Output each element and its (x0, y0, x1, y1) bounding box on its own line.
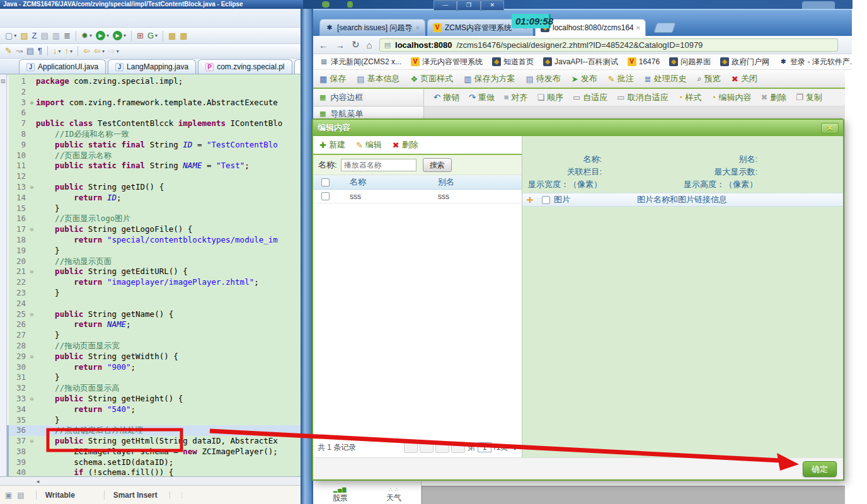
toolbar-icon[interactable]: ▨ (18, 31, 30, 41)
cms-toolbar-button[interactable]: ❖ 页面样式 (411, 73, 454, 84)
toolbar-icon[interactable] (47, 46, 48, 56)
fold-icon[interactable]: ⊕ (28, 98, 36, 108)
designer-toolbar-button[interactable]: ✖ 删除 (761, 92, 786, 103)
minimize-button[interactable]: — (433, 0, 457, 11)
designer-toolbar-button[interactable]: ◔ 样式 (678, 92, 702, 103)
bookmark-item[interactable]: V 泽元内容管理系统 (411, 57, 483, 67)
search-input[interactable] (341, 159, 416, 171)
dialog-close-button[interactable]: ✕ (821, 123, 839, 134)
toolbar-icon[interactable]: ▩ (178, 31, 189, 41)
home-button[interactable]: ⌂ (367, 40, 372, 50)
view-icon[interactable]: ▨ (1, 78, 6, 84)
toolbar-icon[interactable]: ⇦ (81, 46, 92, 56)
toolbar-icon[interactable]: ⇦▾ (92, 46, 106, 56)
designer-toolbar-button[interactable]: ≡ 对齐 (504, 92, 528, 103)
toolbar-icon[interactable]: ¶ (36, 46, 44, 56)
toolbar-icon[interactable]: Z (30, 31, 39, 41)
image-select-all-checkbox[interactable] (542, 196, 550, 204)
designer-toolbar-button[interactable]: ▭ 取消自适应 (617, 92, 668, 103)
fold-icon[interactable]: ⊖ (28, 224, 36, 235)
tab-close-icon[interactable]: × (416, 24, 420, 32)
code-editor[interactable]: 1package com.zving.special.impl;23⊕impor… (0, 74, 303, 476)
toolbar-icon[interactable]: G▾ (146, 31, 159, 41)
designer-toolbar-button[interactable]: ↷ 重做 (469, 92, 495, 103)
editor-tab[interactable]: JLangMapping.java (108, 59, 196, 74)
dialog-toolbar-button[interactable]: ✎ 编辑 (356, 139, 382, 151)
toolbar-icon[interactable]: ↝ (14, 46, 25, 56)
outline-icon[interactable]: ▤ (17, 491, 24, 500)
toolbar-icon[interactable] (131, 31, 132, 41)
cms-toolbar-button[interactable]: ▦ 保存 (319, 73, 346, 84)
fold-icon[interactable]: ⊖ (28, 266, 36, 277)
toolbar-icon[interactable]: ⇨▾ (106, 46, 121, 56)
toolbar-icon[interactable]: ▶▾ (111, 30, 128, 41)
close-window-button[interactable]: ✕ (481, 0, 504, 11)
cms-toolbar-button[interactable]: ▥ 保存为方案 (464, 73, 515, 84)
refresh-button[interactable]: ↻ (352, 39, 360, 50)
cms-toolbar-button[interactable]: ➤ 发布 (571, 73, 597, 84)
cms-toolbar-button[interactable]: ✖ 关闭 (732, 73, 757, 84)
bookmark-item[interactable]: ◆ JavaAPI--百科测试 (543, 57, 618, 67)
designer-toolbar-button[interactable]: ↶ 撤销 (433, 92, 459, 103)
select-all-checkbox[interactable] (321, 178, 330, 186)
pager-button[interactable] (420, 442, 433, 453)
cms-toolbar-button[interactable]: ⌕ 预览 (698, 73, 721, 84)
browser-tab[interactable]: ✱ [search issues] 问题导航 × (319, 19, 425, 36)
address-bar[interactable]: ▤ localhost:8080/zcms16476/special/desig… (379, 38, 838, 52)
status-icon[interactable]: ▣ (5, 491, 12, 500)
editor-tab[interactable]: JApplicationUI.java (19, 59, 106, 74)
toolbar-icon[interactable] (76, 31, 76, 41)
dialog-toolbar-button[interactable]: ✚ 新建 (319, 139, 345, 151)
toolbar-icon[interactable]: ✹▾ (79, 31, 94, 41)
toolbar-icon[interactable]: ▶▾ (94, 30, 111, 41)
back-button[interactable]: ← (319, 40, 328, 50)
toolbar-icon[interactable]: ▢▾ (3, 31, 18, 41)
pager-button[interactable] (451, 442, 465, 453)
row-checkbox[interactable] (321, 192, 330, 200)
cms-toolbar-button[interactable]: ✎ 批注 (608, 73, 634, 84)
toolbar-icon[interactable]: ↓▾ (51, 46, 63, 56)
fold-icon[interactable]: ⊖ (28, 182, 36, 193)
toolbar-icon[interactable]: ✎ (3, 46, 14, 56)
toolbar-icon[interactable] (78, 46, 78, 56)
toolbar-icon[interactable]: ▤ (39, 31, 50, 41)
go-page-button[interactable]: ➜ (510, 443, 517, 452)
page-input[interactable] (478, 442, 491, 452)
toolbar-icon[interactable]: ≣ (62, 31, 72, 41)
pager-button[interactable] (435, 442, 449, 453)
panel-content-border[interactable]: ▦ 内容边框 (313, 89, 424, 106)
bookmark-item[interactable]: ✱ 登录 - 泽元软件产... (779, 57, 852, 67)
dialog-title-bar[interactable]: 编辑内容 ✕ (313, 120, 843, 136)
bottom-widget-button[interactable]: ∴ ∴ 天气 (386, 486, 401, 502)
toolbar-icon[interactable]: ↑▾ (63, 46, 75, 56)
bookmark-item[interactable]: ◆ 知道首页 (492, 57, 534, 67)
editor-hscrollbar[interactable]: ◂ (0, 476, 303, 485)
scroll-left-arrow-icon[interactable]: ◂ (33, 478, 43, 485)
fold-icon[interactable]: ⊖ (28, 394, 36, 404)
editor-tab[interactable]: Pcom.zving.special.pl (198, 59, 292, 74)
cms-toolbar-button[interactable]: ≣ 处理历史 (645, 73, 687, 84)
cms-toolbar-button[interactable]: ▤ 基本信息 (357, 73, 399, 84)
new-tab-button[interactable] (653, 23, 675, 33)
toolbar-icon[interactable] (163, 31, 163, 41)
fold-icon[interactable]: ⊖ (28, 309, 36, 320)
fold-icon[interactable]: ⊖ (28, 352, 36, 362)
designer-toolbar-button[interactable]: ▭ 自适应 (573, 92, 607, 103)
move-icon[interactable]: ✛ (522, 195, 537, 205)
toolbar-icon[interactable]: ⊞ (135, 31, 146, 41)
designer-toolbar-button[interactable]: ❏ 顺序 (537, 92, 563, 103)
designer-toolbar-button[interactable]: ◔ 编辑内容 (711, 92, 752, 103)
bookmark-item[interactable]: ▤ 泽元新闻(ZCMS2 x... (319, 57, 401, 67)
tab-close-icon[interactable]: × (636, 24, 640, 32)
fold-icon[interactable]: ⊖ (28, 436, 36, 447)
table-row[interactable]: sss sss (313, 190, 522, 203)
dialog-toolbar-button[interactable]: ✖ 删除 (393, 139, 418, 151)
designer-toolbar-button[interactable]: ❐ 复制 (796, 92, 822, 103)
bottom-widget-button[interactable]: ▂▅▇ 股票 (333, 486, 348, 502)
ok-button[interactable]: 确定 (803, 461, 837, 477)
maximize-button[interactable]: ❐ (457, 0, 480, 11)
search-button[interactable]: 搜索 (423, 158, 452, 172)
toolbar-icon[interactable]: ▤ (25, 46, 36, 56)
pager-button[interactable] (404, 442, 418, 453)
cms-toolbar-button[interactable]: ▤ 待发布 (526, 73, 561, 84)
